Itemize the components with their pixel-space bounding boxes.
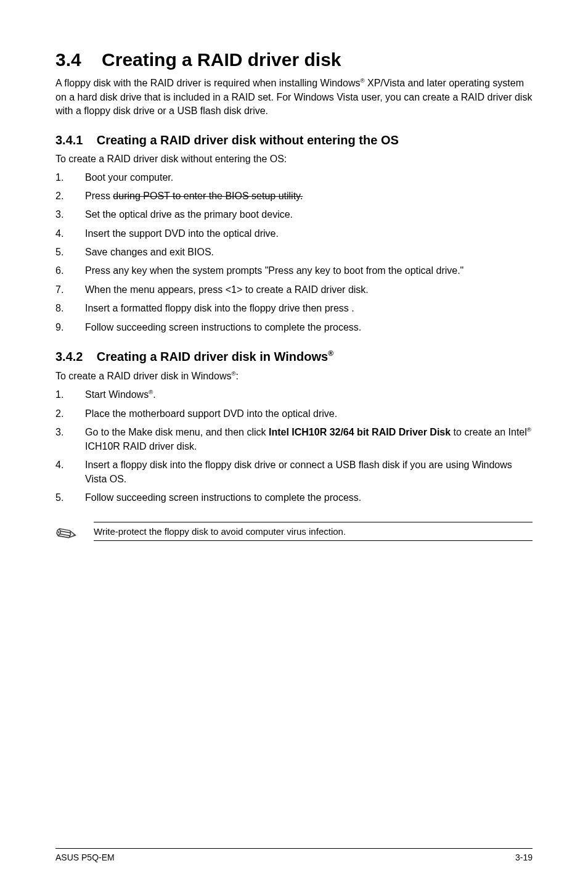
list-item-text: Save changes and exit BIOS.: [85, 245, 533, 259]
list-item: 5.Follow succeeding screen instructions …: [55, 491, 533, 505]
list-item-text: Follow succeeding screen instructions to…: [85, 491, 533, 505]
section-2-number: 3.4.2: [55, 350, 83, 363]
list-item-text: Go to the Make disk menu, and then click…: [85, 426, 533, 453]
section-1-title: Creating a RAID driver disk without ente…: [97, 133, 399, 147]
section-2-heading: 3.4.2 Creating a RAID driver disk in Win…: [55, 349, 533, 364]
list-item-number: 7.: [55, 283, 85, 297]
list-item: 8.Insert a formatted floppy disk into th…: [55, 302, 533, 315]
list-item-text: Set the optical drive as the primary boo…: [85, 208, 533, 221]
list-item-number: 4.: [55, 227, 85, 241]
list-item: 3.Set the optical drive as the primary b…: [55, 208, 533, 221]
list-item-number: 5.: [55, 491, 85, 505]
list-item-text: Press during POST to enter the BIOS setu…: [85, 189, 533, 203]
list-item: 3.Go to the Make disk menu, and then cli…: [55, 426, 533, 453]
list-item-text: Place the motherboard support DVD into t…: [85, 407, 533, 421]
list-item: 4.Insert a floppy disk into the floppy d…: [55, 458, 533, 486]
list-item-number: 1.: [55, 171, 85, 184]
heading-title: Creating a RAID driver disk: [102, 49, 341, 70]
section-2-list: 1.Start Windows®.2.Place the motherboard…: [55, 388, 533, 505]
list-item-number: 2.: [55, 189, 85, 203]
section-1-lead: To create a RAID driver disk without ent…: [55, 154, 533, 165]
intro-paragraph: A floppy disk with the RAID driver is re…: [55, 76, 533, 118]
list-item: 2.Place the motherboard support DVD into…: [55, 407, 533, 421]
heading-number: 3.4: [55, 49, 81, 70]
list-item: 6.Press any key when the system prompts …: [55, 264, 533, 278]
list-item: 2.Press during POST to enter the BIOS se…: [55, 189, 533, 203]
list-item-number: 2.: [55, 407, 85, 421]
section-1-number: 3.4.1: [55, 133, 83, 147]
list-item-number: 1.: [55, 388, 85, 402]
section-2-title: Creating a RAID driver disk in Windows®: [97, 350, 333, 363]
list-item-text: Follow succeeding screen instructions to…: [85, 321, 533, 334]
footer-left: ASUS P5Q-EM: [55, 852, 115, 862]
list-item: 4.Insert the support DVD into the optica…: [55, 227, 533, 241]
list-item-number: 6.: [55, 264, 85, 278]
list-item-text: When the menu appears, press <1> to crea…: [85, 283, 533, 297]
list-item: 1.Boot your computer.: [55, 171, 533, 184]
list-item-number: 8.: [55, 302, 85, 315]
list-item-text: Start Windows®.: [85, 388, 533, 402]
list-item-number: 5.: [55, 245, 85, 259]
list-item: 1.Start Windows®.: [55, 388, 533, 402]
note-block: ✎ Write-protect the floppy disk to avoid…: [55, 519, 533, 547]
pencil-icon: ✎: [49, 516, 82, 551]
list-item-text: Press any key when the system prompts "P…: [85, 264, 533, 278]
list-item-text: Insert a formatted floppy disk into the …: [85, 302, 533, 315]
note-rule-bottom: [94, 540, 533, 541]
list-item-text: Insert the support DVD into the optical …: [85, 227, 533, 241]
note-text: Write-protect the floppy disk to avoid c…: [94, 526, 533, 537]
note-content: Write-protect the floppy disk to avoid c…: [94, 519, 533, 545]
list-item-number: 3.: [55, 208, 85, 221]
list-item-number: 3.: [55, 426, 85, 453]
section-2-lead: To create a RAID driver disk in Windows®…: [55, 370, 533, 382]
footer-right: 3-19: [515, 852, 533, 862]
list-item-text: Insert a floppy disk into the floppy dis…: [85, 458, 533, 486]
page-footer: ASUS P5Q-EM 3-19: [55, 848, 533, 862]
list-item-number: 9.: [55, 321, 85, 334]
list-item: 7.When the menu appears, press <1> to cr…: [55, 283, 533, 297]
section-1-heading: 3.4.1 Creating a RAID driver disk withou…: [55, 133, 533, 147]
page-heading: 3.4 Creating a RAID driver disk: [55, 49, 533, 70]
list-item-number: 4.: [55, 458, 85, 486]
list-item: 5.Save changes and exit BIOS.: [55, 245, 533, 259]
section-1-list: 1.Boot your computer.2.Press during POST…: [55, 171, 533, 335]
note-rule-top: [94, 522, 533, 522]
list-item: 9.Follow succeeding screen instructions …: [55, 321, 533, 334]
list-item-text: Boot your computer.: [85, 171, 533, 184]
